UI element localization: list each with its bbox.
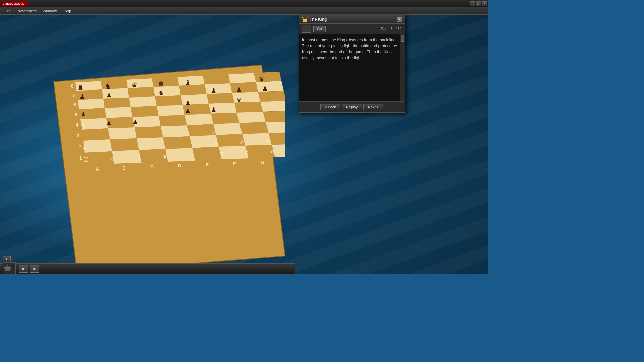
svg-marker-51 — [137, 137, 165, 150]
svg-text:♘: ♘ — [211, 130, 216, 136]
dialog-titlebar: 👑 The King ✕ — [299, 15, 405, 24]
go-input[interactable] — [302, 25, 311, 33]
svg-text:♞: ♞ — [105, 82, 111, 90]
svg-marker-42 — [108, 127, 137, 139]
svg-text:♘: ♘ — [109, 155, 115, 162]
svg-text:♙: ♙ — [239, 139, 245, 146]
svg-text:♟: ♟ — [185, 100, 191, 107]
svg-text:♜: ♜ — [259, 76, 265, 84]
svg-text:A: A — [96, 166, 99, 172]
svg-marker-14 — [205, 83, 232, 94]
svg-marker-19 — [129, 96, 157, 107]
svg-marker-7 — [228, 73, 256, 83]
close-button[interactable]: × — [482, 1, 487, 6]
svg-text:♙: ♙ — [185, 131, 191, 138]
svg-marker-36 — [159, 115, 187, 126]
svg-text:♞: ♞ — [158, 89, 164, 96]
svg-text:♟: ♟ — [262, 85, 268, 92]
svg-marker-50 — [110, 138, 139, 151]
svg-text:♙: ♙ — [213, 140, 219, 147]
titlebar-controls[interactable]: _ □ × — [470, 1, 487, 6]
svg-marker-32 — [260, 101, 285, 112]
svg-text:3: 3 — [77, 133, 80, 138]
svg-marker-6 — [203, 74, 230, 84]
svg-text:♚: ♚ — [158, 80, 164, 87]
svg-marker-24 — [258, 91, 285, 102]
dialog-close-button[interactable]: ✕ — [397, 17, 402, 22]
svg-text:♜: ♜ — [77, 83, 84, 92]
svg-text:♛: ♛ — [162, 153, 168, 160]
svg-text:♟: ♟ — [79, 93, 85, 100]
menu-help[interactable]: Help — [61, 8, 74, 14]
svg-text:♛: ♛ — [131, 81, 137, 89]
svg-text:D: D — [178, 163, 181, 168]
svg-text:B: B — [122, 165, 126, 171]
scrollbar-track[interactable] — [400, 34, 405, 101]
svg-text:♟: ♟ — [132, 119, 138, 125]
svg-marker-43 — [135, 126, 163, 138]
stop-button[interactable]: ■ — [30, 265, 39, 273]
svg-text:2: 2 — [78, 144, 81, 149]
svg-text:4: 4 — [76, 122, 78, 128]
svg-text:♟: ♟ — [236, 86, 242, 93]
svg-marker-12 — [153, 86, 181, 96]
svg-text:♔: ♔ — [271, 149, 276, 156]
svg-text:7: 7 — [72, 93, 75, 98]
menu-preferences[interactable]: Preferences — [14, 8, 39, 14]
svg-marker-22 — [207, 93, 234, 104]
svg-text:E: E — [206, 162, 209, 167]
svg-text:♗: ♗ — [80, 121, 86, 128]
scrollbar-thumb[interactable] — [401, 35, 404, 42]
svg-text:G: G — [261, 160, 265, 165]
menubar: File Preferences Windows Help — [0, 7, 488, 15]
svg-marker-8 — [254, 72, 281, 82]
svg-marker-41 — [82, 128, 110, 141]
back-button[interactable]: < Back — [320, 104, 340, 110]
dialog-content: In most games, the King observes from th… — [299, 34, 405, 101]
dialog-text: In most games, the King observes from th… — [302, 37, 402, 61]
dialog-footer: < Back Replay Next > — [299, 101, 405, 112]
svg-marker-28 — [157, 105, 185, 116]
page-info: Page 7 of 32 — [381, 27, 402, 31]
svg-text:♟: ♟ — [211, 106, 216, 113]
dialog-toolbar: Go Page 7 of 32 — [299, 24, 405, 34]
svg-marker-40 — [263, 111, 285, 122]
board-area: 8 7 6 5 4 3 2 1 A B C D E F G H ♜ ♞ ♛ — [0, 15, 295, 274]
svg-text:♟: ♟ — [106, 120, 112, 127]
svg-text:♙: ♙ — [106, 110, 112, 117]
svg-marker-5 — [177, 76, 205, 86]
menu-file[interactable]: File — [2, 8, 13, 14]
svg-marker-13 — [179, 84, 207, 95]
expand-button[interactable]: ▲ — [3, 256, 11, 261]
svg-text:♗: ♗ — [136, 154, 141, 161]
svg-text:♝: ♝ — [185, 79, 191, 86]
minimize-button[interactable]: _ — [470, 1, 475, 6]
svg-marker-52 — [163, 136, 192, 149]
go-button[interactable]: Go — [313, 26, 326, 32]
menu-windows[interactable]: Windows — [40, 8, 60, 14]
svg-text:♛: ♛ — [236, 97, 242, 103]
svg-text:♙: ♙ — [266, 138, 271, 145]
svg-text:♖: ♖ — [83, 156, 89, 163]
svg-text:♟: ♟ — [185, 108, 191, 114]
titlebar: CHESSMASTER _ □ × — [0, 0, 488, 7]
svg-marker-4 — [152, 77, 179, 87]
svg-marker-61 — [192, 147, 222, 161]
chess-board-container: 8 7 6 5 4 3 2 1 A B C D E F G H ♜ ♞ ♛ — [44, 55, 285, 274]
play-button[interactable]: ▶ — [19, 265, 28, 273]
svg-marker-18 — [103, 98, 131, 108]
svg-text:♙: ♙ — [245, 150, 250, 157]
go-area: Go — [302, 25, 326, 33]
svg-marker-3 — [126, 78, 153, 88]
svg-text:5: 5 — [75, 112, 77, 117]
maximize-button[interactable]: □ — [476, 1, 481, 6]
svg-text:1: 1 — [79, 155, 82, 161]
dialog-title: The King — [310, 17, 327, 22]
svg-marker-47 — [239, 122, 269, 134]
svg-marker-37 — [185, 114, 213, 125]
next-button[interactable]: Next > — [363, 104, 383, 110]
svg-marker-49 — [83, 139, 112, 153]
svg-marker-60 — [165, 148, 195, 162]
replay-button[interactable]: Replay — [342, 104, 362, 110]
svg-text:F: F — [233, 161, 236, 166]
